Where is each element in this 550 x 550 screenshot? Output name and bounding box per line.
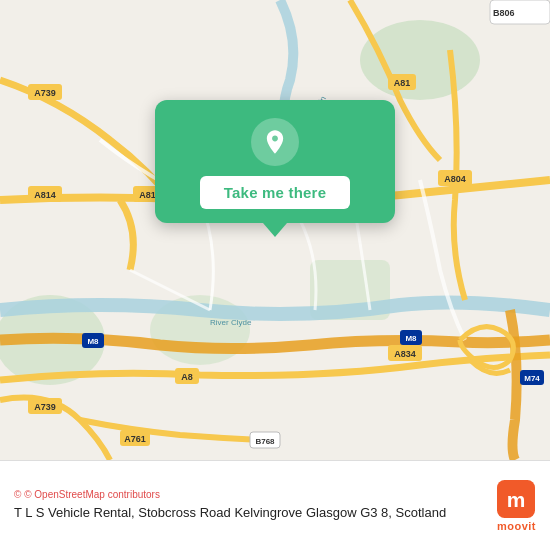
- svg-text:A814: A814: [34, 190, 56, 200]
- location-icon-wrapper: [251, 118, 299, 166]
- svg-text:River Clyde: River Clyde: [210, 318, 252, 327]
- osm-heart: ©: [14, 489, 21, 500]
- info-bar: © © OpenStreetMap contributors T L S Veh…: [0, 460, 550, 550]
- svg-text:M8: M8: [405, 334, 417, 343]
- location-pin-icon: [261, 128, 289, 156]
- moovit-icon: m: [497, 480, 535, 518]
- moovit-logo: m moovit: [497, 480, 536, 532]
- osm-credit: © © OpenStreetMap contributors: [14, 489, 487, 500]
- osm-credit-text: © OpenStreetMap contributors: [24, 489, 160, 500]
- popup-card: Take me there: [155, 100, 395, 223]
- location-name: T L S Vehicle Rental, Stobcross Road Kel…: [14, 504, 487, 522]
- svg-text:A761: A761: [124, 434, 146, 444]
- location-address: T L S Vehicle Rental, Stobcross Road Kel…: [14, 505, 392, 520]
- svg-text:B768: B768: [255, 437, 275, 446]
- take-me-there-button[interactable]: Take me there: [200, 176, 350, 209]
- svg-text:m: m: [507, 487, 526, 510]
- svg-text:A804: A804: [444, 174, 466, 184]
- location-region: Scotland: [396, 505, 447, 520]
- svg-text:M74: M74: [524, 374, 540, 383]
- svg-text:B806: B806: [493, 8, 515, 18]
- svg-text:A81: A81: [394, 78, 411, 88]
- svg-text:A739: A739: [34, 402, 56, 412]
- svg-text:A739: A739: [34, 88, 56, 98]
- svg-point-1: [360, 20, 480, 100]
- moovit-label: moovit: [497, 520, 536, 532]
- svg-text:A834: A834: [394, 349, 416, 359]
- map-area: River Kelvin River Clyde B806: [0, 0, 550, 460]
- svg-text:M8: M8: [87, 337, 99, 346]
- info-text-block: © © OpenStreetMap contributors T L S Veh…: [14, 489, 487, 522]
- svg-text:A8: A8: [181, 372, 193, 382]
